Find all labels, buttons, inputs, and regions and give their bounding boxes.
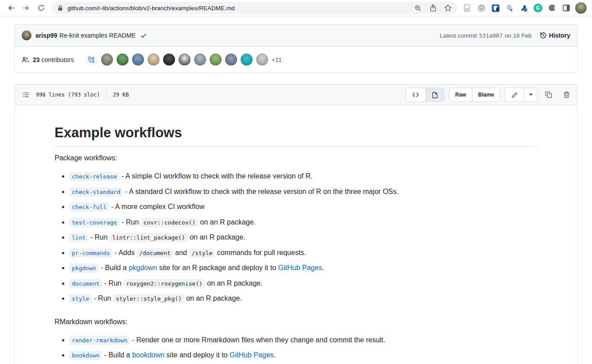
blame-button[interactable]: Blame: [472, 88, 500, 101]
readme-content: Example workflows Package workflows: che…: [15, 105, 577, 364]
copy-icon: [545, 91, 552, 98]
item-text: on an R package.: [198, 218, 256, 226]
contributor-avatar[interactable]: [241, 54, 253, 66]
workflow-code-link[interactable]: document: [69, 279, 102, 288]
reload-icon[interactable]: [34, 0, 49, 15]
copy-button[interactable]: [542, 88, 555, 101]
contributors-bar: 23 contributors +11: [15, 46, 577, 73]
grammarly-letter: G: [534, 4, 542, 12]
raw-blame-group: Raw Blame: [449, 88, 500, 102]
workflow-code-link[interactable]: check-release: [69, 172, 120, 181]
contributor-avatar[interactable]: [225, 54, 237, 66]
file-actions: Raw Blame: [401, 88, 573, 102]
commit-author[interactable]: arisp99: [35, 32, 57, 39]
star-icon[interactable]: [440, 2, 456, 14]
commit-author-avatar[interactable]: [22, 31, 31, 40]
edit-button[interactable]: [505, 88, 524, 101]
workflow-code-link[interactable]: pkgdown: [69, 263, 99, 273]
document-icon[interactable]: [460, 1, 474, 15]
pencil-icon: [511, 92, 518, 98]
view-toggle-group: [405, 88, 444, 102]
contributor-avatar[interactable]: [210, 54, 222, 66]
back-icon[interactable]: [4, 0, 19, 15]
commit-sha-link[interactable]: 531a007: [479, 32, 502, 39]
delete-button[interactable]: [560, 88, 573, 101]
list-item: lint - Run lintr::lint_package() on an R…: [69, 231, 537, 245]
item-text: - A more complex CI workflow: [109, 203, 204, 210]
extensions-puzzle-icon[interactable]: [545, 1, 559, 15]
contributor-avatar[interactable]: [256, 54, 268, 66]
power-icon[interactable]: [474, 1, 488, 15]
workflow-code-link[interactable]: bookdown: [69, 351, 102, 360]
edit-menu-button[interactable]: [524, 88, 537, 101]
contributor-avatar[interactable]: [101, 54, 113, 66]
list-item: test-coverage - Run covr::codecov() on a…: [69, 216, 537, 230]
contributor-avatar[interactable]: [132, 54, 144, 66]
workflow-code-link[interactable]: check-full: [69, 202, 109, 212]
more-contributors-link[interactable]: +11: [272, 56, 282, 63]
eyedropper-icon[interactable]: [517, 1, 531, 15]
address-bar[interactable]: github.com/r-lib/actions/blob/v2-branch/…: [51, 2, 457, 14]
history-clock-icon: [540, 32, 547, 39]
check-icon[interactable]: [140, 32, 147, 39]
commit-date: on 18 Feb: [505, 32, 532, 39]
forward-icon[interactable]: [19, 0, 34, 15]
item-text: - Build a: [102, 351, 132, 359]
text-link[interactable]: bookdown: [132, 351, 164, 359]
inline-code: /style: [189, 248, 215, 258]
extensions-area: G: [460, 1, 588, 15]
actions-logo-avatar[interactable]: [86, 54, 97, 66]
grammarly-icon[interactable]: G: [531, 1, 545, 15]
file-icon: [432, 92, 438, 98]
contributor-avatar[interactable]: [194, 54, 206, 66]
text-link[interactable]: GitHub Pages: [230, 351, 274, 359]
share-icon[interactable]: [425, 2, 440, 14]
raw-button[interactable]: Raw: [449, 88, 472, 101]
privacy-shield-icon[interactable]: [488, 1, 502, 15]
contributors-label[interactable]: contributors: [42, 56, 74, 63]
file-header-bar: 998 lines (793 sloc) 29 KB Raw Blame: [15, 85, 577, 105]
caret-down-icon: [529, 93, 533, 96]
commit-box: arisp99 Re-knit examples README Latest c…: [14, 24, 578, 73]
code-icon: [412, 92, 419, 98]
text-link[interactable]: pkgdown: [129, 264, 157, 271]
file-size: 29 KB: [113, 92, 129, 98]
workflow-code-link[interactable]: lint: [69, 233, 88, 242]
item-text: - A standard CI workflow to check with t…: [123, 188, 399, 195]
list-item: style - Run styler::style_pkg() on an R …: [69, 292, 537, 306]
search-pointer-icon[interactable]: [502, 1, 517, 15]
url-text[interactable]: github.com/r-lib/actions/blob/v2-branch/…: [67, 5, 410, 12]
item-text: - Run: [88, 233, 109, 241]
list-item: check-full - A more complex CI workflow: [69, 200, 537, 214]
list-unordered-icon[interactable]: [19, 88, 32, 101]
contributors-count: 23: [33, 56, 40, 63]
contributor-avatar[interactable]: [179, 54, 191, 66]
lock-icon[interactable]: [58, 5, 63, 11]
source-view-button[interactable]: [406, 88, 425, 101]
package-workflows-intro: Package workflows:: [55, 153, 537, 163]
workflow-code-link[interactable]: render-rmarkdown: [69, 336, 130, 345]
workflow-code-link[interactable]: check-standard: [69, 187, 123, 197]
contributors-avatars: [86, 54, 268, 66]
profile-avatar[interactable]: [575, 2, 587, 14]
item-text: - Run: [120, 218, 141, 226]
contributor-avatar[interactable]: [163, 54, 175, 66]
workflow-code-link[interactable]: style: [69, 294, 92, 303]
contributor-avatar[interactable]: [148, 54, 160, 66]
history-button[interactable]: History: [540, 32, 570, 39]
list-item: pr-commands - Adds /document and /style …: [69, 246, 537, 260]
item-text: site and deploy it to: [164, 351, 230, 359]
text-link[interactable]: GitHub Pages: [278, 264, 323, 271]
item-text: on an R package.: [184, 294, 242, 302]
workflow-code-link[interactable]: pr-commands: [69, 248, 113, 258]
latest-commit-label: Latest commit: [440, 32, 477, 39]
item-text: - Render one or more Rmarkdown files whe…: [130, 336, 385, 344]
item-text: site for an R package and deploy it to: [157, 264, 278, 271]
inline-code: covr::codecov(): [141, 218, 198, 227]
contributor-avatar[interactable]: [117, 54, 129, 66]
zoom-in-icon[interactable]: [410, 2, 425, 14]
commit-message[interactable]: Re-knit examples README: [59, 32, 136, 39]
workflow-code-link[interactable]: test-coverage: [69, 218, 120, 227]
side-panel-icon[interactable]: [559, 1, 573, 15]
rendered-view-button[interactable]: [425, 88, 444, 101]
